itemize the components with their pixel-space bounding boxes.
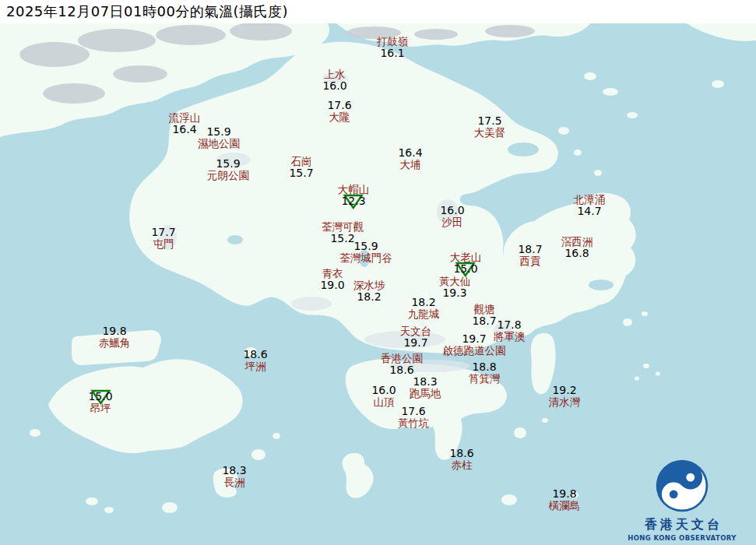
weather-station: 黃竹坑 17.6 xyxy=(398,406,430,429)
station-name: 坪洲 xyxy=(244,360,265,372)
station-temp-wrap: 17.7 xyxy=(151,227,175,238)
station-name: 沙田 xyxy=(441,216,462,228)
station-name: 跑馬地 xyxy=(410,388,441,399)
station-name: 大埔 xyxy=(399,159,420,171)
station-temperature: 14.7 xyxy=(577,206,601,217)
station-temperature: 15.0 xyxy=(453,263,477,275)
station-temp-wrap: 18.2 xyxy=(357,291,381,303)
station-temp-wrap: 14.7 xyxy=(577,206,601,217)
station-name: 香港公園 xyxy=(381,353,423,364)
station-temperature: 15.7 xyxy=(289,167,313,179)
station-temperature: 18.7 xyxy=(472,315,496,327)
weather-station: 上水 16.0 xyxy=(322,69,346,92)
weather-station: 屯門 17.7 xyxy=(151,227,175,250)
station-temperature: 18.8 xyxy=(472,361,496,373)
station-name: 大美督 xyxy=(474,127,506,139)
station-temperature: 18.7 xyxy=(518,244,542,255)
station-temperature: 16.4 xyxy=(398,147,422,159)
station-name: 大老山 xyxy=(450,251,482,263)
station-temperature: 17.8 xyxy=(497,319,521,331)
station-temp-wrap: 15.0 xyxy=(88,391,112,403)
weather-station: 荃灣可觀 15.2 xyxy=(322,221,364,244)
title-bar: 2025年12月07日01時00分的氣溫(攝氏度) xyxy=(0,0,756,23)
station-name: 濕地公園 xyxy=(198,138,240,149)
weather-station: 香港公園 18.6 xyxy=(381,353,423,376)
station-temp-wrap: 15.0 xyxy=(453,263,477,275)
station-temp-wrap: 18.3 xyxy=(222,465,246,476)
record-marker-icon xyxy=(90,389,111,405)
station-temp-wrap: 19.2 xyxy=(552,385,576,396)
logo-name-chinese: 香港天文台 xyxy=(642,517,723,533)
station-name: 大隴 xyxy=(329,111,350,123)
station-name: 長洲 xyxy=(223,476,244,488)
station-name: 石崗 xyxy=(290,156,311,167)
station-name: 滘西洲 xyxy=(561,236,593,248)
station-temperature: 19.2 xyxy=(552,385,576,396)
weather-station: 西貢 18.7 xyxy=(518,244,542,267)
weather-station: 長洲 18.3 xyxy=(222,465,246,488)
station-name: 大帽山 xyxy=(338,184,370,195)
station-name: 黃竹坑 xyxy=(398,417,430,429)
weather-station: 沙田 16.0 xyxy=(440,205,464,228)
station-temp-wrap: 18.7 xyxy=(518,244,542,255)
station-temp-wrap: 18.2 xyxy=(411,297,435,308)
station-temp-wrap: 19.7 xyxy=(462,333,486,345)
weather-station: 元朗公園 15.9 xyxy=(207,158,249,181)
station-temp-wrap: 12.3 xyxy=(341,195,365,207)
map-title: 2025年12月07日01時00分的氣溫(攝氏度) xyxy=(0,2,288,21)
station-temperature: 16.4 xyxy=(172,124,196,135)
weather-station: 流浮山 16.4 xyxy=(169,112,201,135)
weather-station: 打鼓嶺 16.1 xyxy=(377,36,409,59)
station-name: 九龍城 xyxy=(408,308,440,320)
station-name: 筲箕灣 xyxy=(469,373,501,385)
station-temperature: 18.3 xyxy=(413,376,437,388)
station-temp-wrap: 17.6 xyxy=(327,100,351,111)
logo-name-english: HONG KONG OBSERVATORY xyxy=(628,534,737,542)
station-temp-wrap: 19.8 xyxy=(552,488,576,500)
station-temperature: 15.9 xyxy=(206,126,230,138)
station-name: 山頂 xyxy=(373,396,394,408)
weather-station: 啟德跑道公園 19.7 xyxy=(443,333,506,357)
station-temp-wrap: 15.2 xyxy=(330,233,354,244)
record-marker-icon xyxy=(455,262,476,277)
weather-station: 昂坪 15.0 xyxy=(88,391,112,414)
station-temp-wrap: 15.7 xyxy=(289,167,313,179)
station-temperature: 16.0 xyxy=(440,205,464,216)
station-name: 天文台 xyxy=(400,325,432,337)
station-temp-wrap: 16.1 xyxy=(380,47,404,59)
weather-station: 清水灣 19.2 xyxy=(549,385,581,408)
station-temp-wrap: 16.0 xyxy=(440,205,464,216)
station-name: 將軍澳 xyxy=(494,331,526,343)
station-temperature: 15.2 xyxy=(330,233,354,244)
station-name: 西貢 xyxy=(519,255,540,267)
weather-station: 觀塘 18.7 xyxy=(472,304,496,327)
station-temp-wrap: 17.6 xyxy=(401,406,425,417)
weather-station: 跑馬地 18.3 xyxy=(410,376,441,399)
record-marker-icon xyxy=(343,194,364,209)
station-name: 元朗公園 xyxy=(207,170,249,181)
station-temperature: 16.0 xyxy=(371,385,396,396)
observatory-logo-block: 香港天文台 HONG KONG OBSERVATORY xyxy=(616,458,748,542)
weather-station: 青衣 19.0 xyxy=(320,268,344,291)
station-temperature: 18.6 xyxy=(389,364,413,376)
station-temperature: 16.0 xyxy=(322,80,346,92)
station-temperature: 18.6 xyxy=(243,349,267,360)
station-name: 上水 xyxy=(324,69,345,80)
station-temperature: 17.7 xyxy=(151,227,175,238)
weather-station: 深水埗 18.2 xyxy=(353,280,385,303)
station-temp-wrap: 18.3 xyxy=(413,376,437,388)
station-name: 昂坪 xyxy=(90,403,111,414)
station-temperature: 18.3 xyxy=(222,465,246,476)
station-temperature: 18.2 xyxy=(357,291,381,303)
station-temp-wrap: 18.6 xyxy=(389,364,413,376)
weather-station: 坪洲 18.6 xyxy=(243,349,267,372)
weather-station: 筲箕灣 18.8 xyxy=(469,361,501,385)
station-temperature: 18.6 xyxy=(449,448,473,459)
weather-station: 大美督 17.5 xyxy=(474,115,506,139)
station-temperature: 19.7 xyxy=(403,337,427,349)
station-temp-wrap: 18.6 xyxy=(243,349,267,360)
weather-station: 赤鱲角 19.8 xyxy=(99,325,131,349)
station-name: 觀塘 xyxy=(473,304,494,315)
station-temp-wrap: 16.0 xyxy=(322,80,346,92)
station-temperature: 17.6 xyxy=(401,406,425,417)
